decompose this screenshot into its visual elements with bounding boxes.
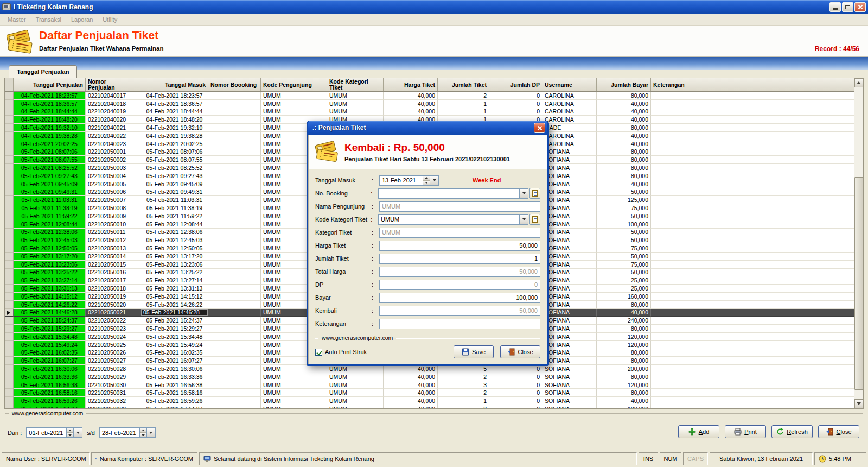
form-icon xyxy=(532,190,538,197)
save-button[interactable]: Save xyxy=(454,345,494,358)
dialog-close-action-button[interactable]: Close xyxy=(500,345,540,358)
cell-nomor-booking xyxy=(208,349,261,357)
scrollbar-track[interactable] xyxy=(854,87,863,399)
cell-nomor-booking xyxy=(208,341,261,349)
kode-kategori-combobox[interactable]: UMUM xyxy=(378,214,540,225)
bayar-field[interactable]: 100,000 xyxy=(379,293,540,303)
cell-nomor-penjualan: 022102050033 xyxy=(86,405,141,408)
date-from-input[interactable]: 01-Feb-2021 xyxy=(26,427,82,438)
cell-nomor-booking xyxy=(208,373,261,381)
auto-print-label: Auto Print Struk xyxy=(325,349,367,355)
close-button[interactable]: Close xyxy=(818,425,859,438)
date-spinner[interactable] xyxy=(139,427,146,438)
no-booking-combobox[interactable] xyxy=(378,188,540,199)
cell-nomor-penjualan: 022102050007 xyxy=(86,196,141,204)
cell-nomor-penjualan: 022102050018 xyxy=(86,285,141,293)
dialog-close-button[interactable] xyxy=(534,123,545,133)
cell-jumlah-bayar: 80,000 xyxy=(597,389,651,397)
date-dropdown-button[interactable] xyxy=(430,175,439,186)
combo-dropdown-button[interactable] xyxy=(519,188,528,199)
cell-keterangan xyxy=(651,301,863,309)
column-header-jumlah-dp[interactable]: Jumlah DP xyxy=(489,78,542,91)
cell-nomor-booking xyxy=(208,325,261,333)
table-row[interactable]: 05-Feb-2021 16:30:06 022102050028 05-Feb… xyxy=(5,365,863,373)
cell-tanggal-masuk: 05-Feb-2021 13:17:20 xyxy=(141,253,208,261)
menu-laporan[interactable]: Laporan xyxy=(67,15,97,24)
cell-nomor-penjualan: 022102040023 xyxy=(86,140,141,148)
minimize-button[interactable] xyxy=(829,2,841,12)
table-row[interactable]: 04-Feb-2021 18:44:44 022102040019 04-Feb… xyxy=(5,108,863,116)
menu-transaksi[interactable]: Transaksi xyxy=(31,15,66,24)
cell-kode-pengunjung: UMUM xyxy=(261,100,327,108)
date-spinner[interactable] xyxy=(423,175,430,186)
vertical-scrollbar[interactable] xyxy=(854,78,863,408)
column-header-kode-pengunjung[interactable]: Kode Pengunjung xyxy=(261,78,327,91)
date-dropdown-button[interactable] xyxy=(73,427,82,438)
cell-username: SOFIANA xyxy=(542,293,597,301)
date-to-input[interactable]: 28-Feb-2021 xyxy=(99,427,156,438)
combo-dropdown-button[interactable] xyxy=(519,214,528,225)
colon: : xyxy=(371,190,378,197)
table-row[interactable]: 05-Feb-2021 17:14:07 022102050033 05-Feb… xyxy=(5,405,863,408)
cell-tanggal-masuk: 05-Feb-2021 15:34:48 xyxy=(141,333,208,341)
scroll-down-button[interactable] xyxy=(854,399,863,408)
cell-keterangan xyxy=(651,397,863,405)
tanggal-masuk-input[interactable]: 13-Feb-2021 xyxy=(379,175,439,186)
kode-kategori-browse-button[interactable] xyxy=(529,214,540,225)
cell-keterangan xyxy=(651,220,863,229)
keterangan-field[interactable] xyxy=(379,319,540,329)
page-header: Daftar Penjualan Tiket Daftar Penjualan … xyxy=(0,26,868,57)
cell-jumlah-bayar: 100,000 xyxy=(597,220,651,229)
cell-tanggal-penjualan: 05-Feb-2021 17:14:07 xyxy=(14,405,86,408)
column-header-harga-tiket[interactable]: Harga Tiket xyxy=(384,78,438,91)
row-indicator xyxy=(5,381,14,389)
scroll-up-button[interactable] xyxy=(854,78,863,87)
table-row[interactable]: 05-Feb-2021 16:58:16 022102050031 05-Feb… xyxy=(5,389,863,397)
column-header-username[interactable]: Username xyxy=(542,78,597,91)
print-button[interactable]: Print xyxy=(725,425,766,438)
cell-nomor-booking xyxy=(208,148,261,156)
cell-username: SOFIANA xyxy=(542,180,597,188)
row-indicator xyxy=(5,148,14,156)
auto-print-checkbox[interactable]: Auto Print Struk xyxy=(315,349,447,356)
column-header-jumlah-tiket[interactable]: Jumlah Tiket xyxy=(438,78,489,91)
table-row[interactable]: 05-Feb-2021 16:56:38 022102050030 05-Feb… xyxy=(5,381,863,389)
table-row[interactable]: 05-Feb-2021 16:33:36 022102050029 05-Feb… xyxy=(5,373,863,381)
cell-nomor-penjualan: 022102050030 xyxy=(86,381,141,389)
date-spinner[interactable] xyxy=(66,427,73,438)
column-header-tanggal-penjualan[interactable]: Tanggal Penjualan xyxy=(14,78,86,91)
row-indicator xyxy=(5,116,14,124)
harga-tiket-field[interactable]: 50,000 xyxy=(379,241,540,251)
cell-nomor-penjualan: 022102050011 xyxy=(86,229,141,237)
add-button[interactable]: Add xyxy=(678,425,719,438)
cell-nomor-booking xyxy=(208,116,261,124)
cell-keterangan xyxy=(651,132,863,140)
cell-jumlah-bayar: 80,000 xyxy=(597,301,651,309)
ticket-logo-icon xyxy=(314,140,339,165)
table-row[interactable]: 04-Feb-2021 18:23:57 022102040017 04-Feb… xyxy=(5,92,863,100)
date-dropdown-button[interactable] xyxy=(146,427,156,438)
column-header-nomor-booking[interactable]: Nomor Boooking xyxy=(208,78,261,91)
column-header-keterangan[interactable]: Keterangan xyxy=(651,78,863,91)
column-header-nomor-penjualan[interactable]: Nomor Penjualan xyxy=(86,78,141,91)
column-header-jumlah-bayar[interactable]: Jumlah Bayar xyxy=(597,78,651,91)
menu-utility[interactable]: Utility xyxy=(98,15,122,24)
jumlah-tiket-field[interactable]: 1 xyxy=(379,254,540,264)
cell-nomor-booking xyxy=(208,108,261,116)
column-header-tanggal-masuk[interactable]: Tanggal Masuk xyxy=(141,78,208,91)
menu-master[interactable]: Master xyxy=(3,15,30,24)
cell-username: SOFIANA xyxy=(542,172,597,180)
cell-nomor-booking xyxy=(208,405,261,408)
close-window-button[interactable] xyxy=(854,2,866,12)
table-row[interactable]: 05-Feb-2021 16:59:26 022102050032 05-Feb… xyxy=(5,397,863,405)
cell-tanggal-masuk: 05-Feb-2021 13:23:06 xyxy=(141,261,208,269)
table-row[interactable]: 04-Feb-2021 18:36:57 022102040018 04-Feb… xyxy=(5,100,863,108)
no-booking-browse-button[interactable] xyxy=(529,188,540,199)
cell-jumlah-tiket: 1 xyxy=(438,108,489,116)
maximize-button[interactable] xyxy=(842,2,853,12)
column-header-kode-kategori-tiket[interactable]: Kode Kategori Tiket xyxy=(327,78,384,91)
scrollbar-thumb[interactable] xyxy=(854,177,863,390)
cell-kode-kategori-tiket: UMUM xyxy=(327,389,384,397)
tab-tanggal-penjualan[interactable]: Tanggal Penjualan xyxy=(9,65,77,78)
refresh-button[interactable]: Refresh xyxy=(771,425,813,438)
